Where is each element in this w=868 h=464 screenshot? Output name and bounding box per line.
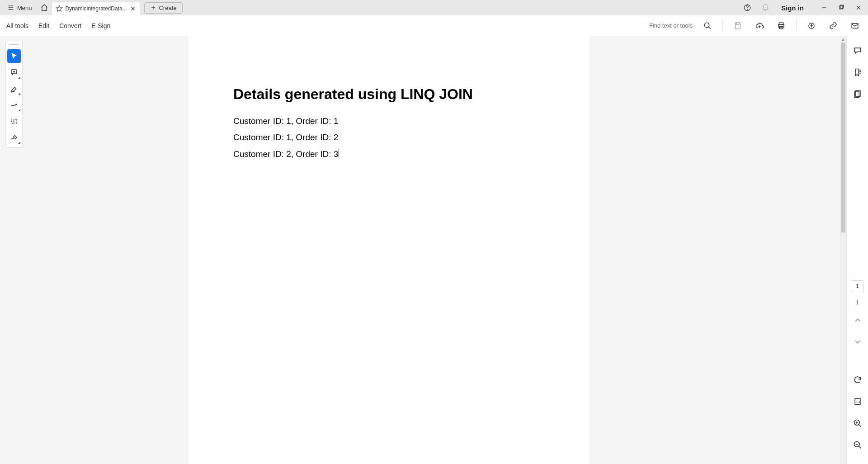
bell-icon [761,4,769,12]
comment-icon [10,68,18,76]
text-cursor [339,149,339,158]
speech-bubble-icon [853,46,862,55]
sign-in-button[interactable]: Sign in [777,4,808,12]
svg-point-15 [704,23,709,28]
chevron-down-icon [853,337,862,346]
email-button[interactable] [848,19,862,33]
star-icon [56,5,63,12]
link-icon [829,22,837,30]
main-area: A Details generated using LINQ JOIN Cust… [0,36,868,464]
edit-tab[interactable]: Edit [38,22,49,29]
chevron-up-icon [853,316,862,325]
document-container: Details generated using LINQ JOIN Custom… [0,36,868,464]
help-button[interactable] [741,1,754,14]
print-icon [777,22,785,30]
help-icon [743,4,751,12]
document-line: Customer ID: 1, Order ID: 2 [233,133,544,142]
convert-tab[interactable]: Convert [59,22,81,29]
ai-assistant-button[interactable] [805,19,818,33]
right-panel: 1 1 1:1 [846,36,868,464]
svg-text:A: A [13,119,15,123]
rotate-icon [853,375,862,384]
page-up-button[interactable] [850,313,865,327]
mail-icon [851,22,859,30]
svg-line-41 [859,446,861,449]
highlighter-icon [10,85,18,93]
svg-line-37 [859,425,861,427]
home-button[interactable] [37,0,52,15]
svg-rect-12 [840,5,844,8]
toolbar-right: Find text or tools [649,19,862,33]
comment-tool[interactable] [7,66,21,79]
comments-panel-button[interactable] [850,43,865,58]
upload-button[interactable] [753,19,766,33]
minimize-button[interactable] [817,1,831,14]
textbox-icon: A [10,117,18,125]
scroll-up-arrow[interactable]: ▲ [840,36,846,43]
vertical-scrollbar[interactable]: ▲ [840,36,846,464]
bookmarks-panel-button[interactable] [850,65,865,80]
tab-title: DynamicIntegratedData... [66,5,127,12]
maximize-button[interactable] [835,1,848,14]
draw-tool[interactable] [7,98,21,112]
notifications-button[interactable] [759,1,772,14]
create-button[interactable]: Create [144,2,183,14]
left-tool-strip: A [5,41,23,148]
zoom-out-button[interactable] [850,438,865,452]
rotate-button[interactable] [850,373,865,387]
toolbar-left: All tools Edit Convert E-Sign [6,22,110,29]
sign-tool[interactable] [7,131,21,144]
pages-panel-button[interactable] [850,87,865,101]
divider [796,21,797,31]
page-down-button[interactable] [850,335,865,349]
document-page[interactable]: Details generated using LINQ JOIN Custom… [188,36,590,464]
document-line: Customer ID: 1, Order ID: 1 [233,116,544,126]
home-icon [40,4,48,12]
menu-button[interactable]: Menu [3,2,37,13]
document-tab[interactable]: DynamicIntegratedData... [52,2,140,15]
close-button[interactable] [852,1,865,14]
fit-width-button[interactable]: 1:1 [850,394,865,409]
cloud-upload-icon [755,22,764,30]
toolbar: All tools Edit Convert E-Sign Find text … [0,15,868,36]
svg-line-16 [708,27,711,29]
highlight-tool[interactable] [7,82,21,95]
drag-grip[interactable] [9,44,19,45]
divider [722,21,723,31]
search-icon [703,22,712,30]
create-label: Create [159,5,177,11]
sparkle-icon [807,22,816,30]
print-button[interactable] [774,19,788,33]
all-tools-tab[interactable]: All tools [6,22,28,29]
title-bar: Menu DynamicIntegratedData... Create [0,0,868,15]
scroll-thumb[interactable] [841,43,845,232]
document-heading: Details generated using LINQ JOIN [233,86,544,103]
close-tab-icon[interactable] [130,5,136,12]
draw-icon [10,101,18,109]
fit-width-icon: 1:1 [853,397,862,406]
svg-point-9 [747,9,748,9]
save-button[interactable] [731,19,745,33]
zoom-out-icon [853,440,862,450]
esign-tab[interactable]: E-Sign [91,22,110,29]
total-pages: 1 [856,299,859,306]
svg-text:1:1: 1:1 [856,400,860,403]
current-page-input[interactable]: 1 [852,280,863,292]
pages-icon [853,90,862,99]
textbox-tool[interactable]: A [7,114,21,128]
document-line-text: Customer ID: 2, Order ID: 3 [233,149,338,159]
link-button[interactable] [826,19,840,33]
maximize-icon [838,5,844,11]
svg-rect-11 [840,6,843,9]
select-tool[interactable] [7,49,21,63]
signature-icon [10,133,18,142]
zoom-in-button[interactable] [850,416,865,431]
svg-marker-3 [56,5,62,11]
zoom-in-icon [853,419,862,428]
cursor-icon [10,52,18,60]
find-label: Find text or tools [649,22,693,29]
plus-icon [150,5,156,11]
bookmark-icon [853,68,862,77]
document-line: Customer ID: 2, Order ID: 3 [233,149,544,159]
search-button[interactable] [701,19,714,33]
